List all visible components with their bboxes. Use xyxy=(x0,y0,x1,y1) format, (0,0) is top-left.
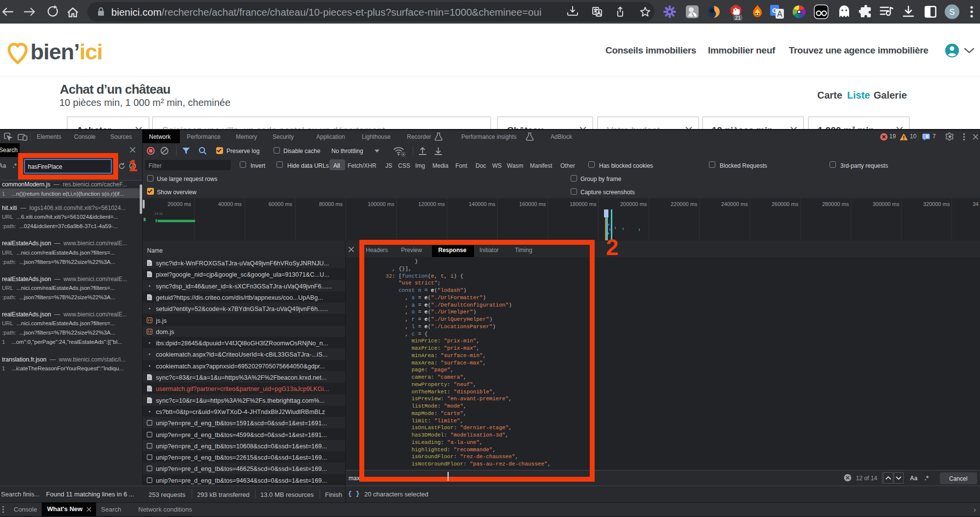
svg-text:21: 21 xyxy=(735,15,741,21)
svg-text:bien’ici: bien’ici xyxy=(30,39,102,64)
svg-text:S: S xyxy=(949,7,955,17)
